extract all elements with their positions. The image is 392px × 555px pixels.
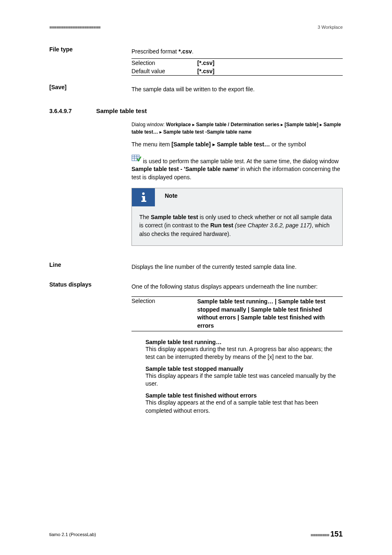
nb-b: Sample table test xyxy=(151,214,198,220)
save-block: [Save] The sample data will be written t… xyxy=(49,84,343,99)
ai-b: Sample table test - 'Sample table name' xyxy=(131,166,239,172)
save-text: The sample data will be written to the e… xyxy=(131,86,343,94)
section-heading: 3.6.4.9.7 Sample table test xyxy=(49,107,343,114)
page-number: 151 xyxy=(330,530,343,538)
section-title: Sample table test xyxy=(96,107,147,114)
note-body: The Sample table test is only used to ch… xyxy=(139,213,335,238)
filetype-v0: [*.csv] xyxy=(197,60,343,66)
save-content: The sample data will be written to the e… xyxy=(131,84,343,99)
filetype-content: Prescribed format *.csv. Selection [*.cs… xyxy=(131,46,343,83)
footer-rule: ■■■■■■■■ xyxy=(311,532,329,537)
status-title-1: Sample table test stopped manually xyxy=(145,365,343,372)
nb-a: The xyxy=(139,214,151,220)
status-sel-val: Sample table test running… | Sample tabl… xyxy=(197,298,343,330)
dialog-path: Dialog window: Workplace ▸ Sample table … xyxy=(131,121,343,136)
status-desc-2: This display appears at the end of a sam… xyxy=(145,399,343,415)
filetype-block: File type Prescribed format *.csv. Selec… xyxy=(49,46,343,83)
status-table: Selection Sample table test running… | S… xyxy=(131,296,343,331)
nb-d: Run test xyxy=(210,222,233,229)
dialog-p2: Sample table / Determination series xyxy=(196,122,279,127)
svg-rect-8 xyxy=(141,201,146,202)
status-item-0: Sample table test running… This display … xyxy=(145,339,343,361)
page: ■■■■■■■■■■■■■■■■■■■■■■ 3 Workplace File … xyxy=(0,0,392,555)
table-row: Default value [*.csv] xyxy=(131,67,343,75)
info-icon xyxy=(132,188,155,206)
page-footer: tiamo 2.1 (ProcessLab) ■■■■■■■■ 151 xyxy=(49,530,343,539)
ml-d: Sample table test… xyxy=(217,141,270,148)
filetype-k0: Selection xyxy=(131,60,197,66)
table-row: Selection [*.csv] xyxy=(131,59,343,67)
status-desc-0: This display appears during the test run… xyxy=(145,345,343,361)
status-item-1: Sample table test stopped manually This … xyxy=(145,365,343,388)
dialog-pre: Dialog window: xyxy=(131,122,166,127)
table-check-icon xyxy=(131,155,141,164)
menu-line: The menu item [Sample table] ▸ Sample ta… xyxy=(131,141,343,149)
note-box: Note The Sample table test is only used … xyxy=(131,188,343,246)
line-label: Line xyxy=(49,261,131,277)
save-label: [Save] xyxy=(49,84,131,99)
ai-a: is used to perform the sample table test… xyxy=(141,157,339,164)
header-chapter: 3 Workplace xyxy=(318,25,343,30)
footer-left: tiamo 2.1 (ProcessLab) xyxy=(49,532,96,537)
after-icon-para: is used to perform the sample table test… xyxy=(131,155,343,181)
status-item-2: Sample table test finished without error… xyxy=(145,392,343,415)
nb-e: (see Chapter 3.6.2, page 117) xyxy=(233,222,312,229)
svg-point-5 xyxy=(142,192,145,195)
status-desc-1: This display appears if the sample table… xyxy=(145,372,343,388)
filetype-bold: *.csv xyxy=(178,48,192,55)
note-head: Note xyxy=(132,188,335,206)
status-block: Status displays One of the following sta… xyxy=(49,281,343,417)
status-title-2: Sample table test finished without error… xyxy=(145,392,343,399)
status-sel-key: Selection xyxy=(131,298,197,330)
ml-c: ▸ xyxy=(211,141,217,148)
filetype-label: File type xyxy=(49,46,131,83)
dialog-p1: Workplace xyxy=(166,122,191,127)
filetype-v1: [*.csv] xyxy=(197,68,343,74)
line-block: Line Displays the line number of the cur… xyxy=(49,261,343,277)
filetype-post: . xyxy=(192,48,194,55)
section-number: 3.6.4.9.7 xyxy=(49,108,95,114)
note-label: Note xyxy=(155,188,178,206)
status-label: Status displays xyxy=(49,281,131,417)
status-title-0: Sample table test running… xyxy=(145,339,343,345)
footer-right: ■■■■■■■■ 151 xyxy=(311,530,343,539)
table-row: Selection Sample table test running… | S… xyxy=(131,297,343,331)
filetype-table: Selection [*.csv] Default value [*.csv] xyxy=(131,58,343,76)
ml-a: The menu item xyxy=(131,141,171,148)
header-rule: ■■■■■■■■■■■■■■■■■■■■■■ xyxy=(49,25,100,30)
ml-b: [Sample table] xyxy=(171,141,211,148)
ml-e: or the symbol xyxy=(270,141,306,148)
filetype-pre: Prescribed format xyxy=(131,48,178,55)
page-header: ■■■■■■■■■■■■■■■■■■■■■■ 3 Workplace xyxy=(49,25,343,30)
section-body: Dialog window: Workplace ▸ Sample table … xyxy=(49,118,343,254)
filetype-k1: Default value xyxy=(131,68,197,74)
status-intro: One of the following status displays app… xyxy=(131,283,343,291)
dialog-p5: Sample table test -Sample table name xyxy=(163,129,251,135)
dialog-p3: [Sample table] xyxy=(285,122,318,127)
line-text: Displays the line number of the currentl… xyxy=(131,263,343,271)
